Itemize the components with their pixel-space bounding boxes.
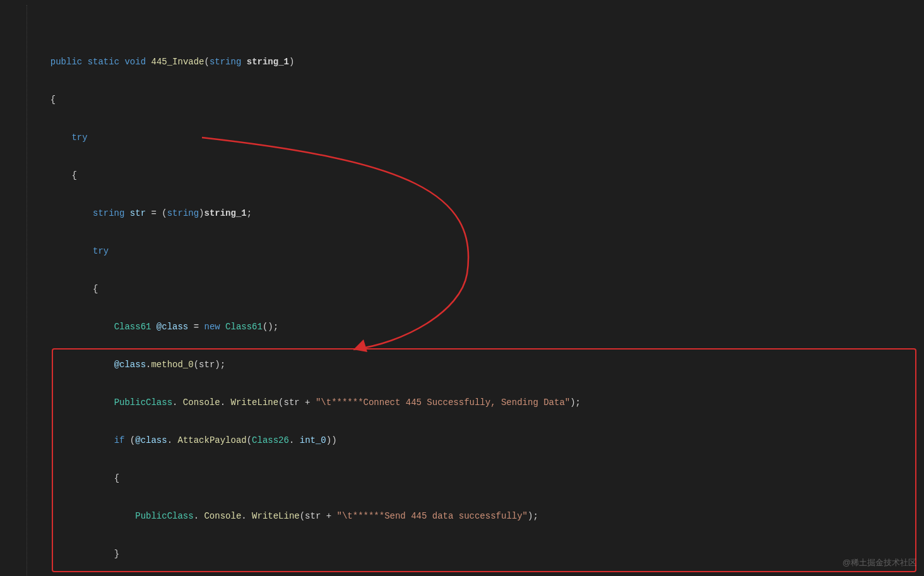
code-line: PublicClass. Console. WriteLine(str + "\… <box>5 510 924 522</box>
code-line: Class61 @class = new Class61(); <box>5 320 924 333</box>
code-line: string str = (string)string_1; <box>5 207 924 220</box>
code-line: { <box>5 283 924 295</box>
watermark-text: @稀土掘金技术社区 <box>843 557 916 568</box>
code-line: try <box>5 245 924 257</box>
code-line: } <box>5 548 924 560</box>
code-line: { <box>5 169 924 182</box>
code-line: PublicClass. Console. WriteLine(str + "\… <box>5 396 924 409</box>
code-line: @class.method_0(str); <box>5 358 924 371</box>
code-line: { <box>5 93 924 106</box>
indent-guide <box>27 5 27 576</box>
code-line: if (@class. AttackPayload(Class26. int_0… <box>5 434 924 447</box>
code-line: { <box>5 472 924 485</box>
code-editor[interactable]: public static void 445_Invade(string str… <box>0 0 924 576</box>
code-line: try <box>5 131 924 144</box>
code-line: public static void 445_Invade(string str… <box>5 56 924 68</box>
